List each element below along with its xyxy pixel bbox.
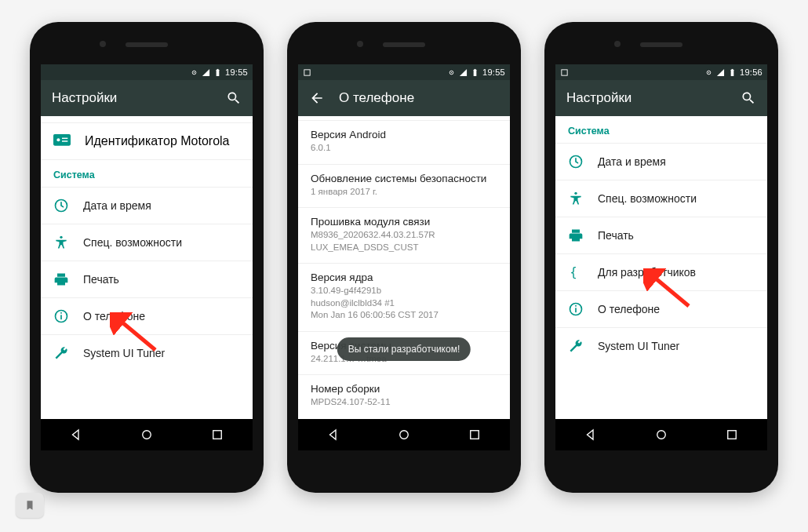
list-item-label: Для разработчиков bbox=[598, 266, 696, 279]
nav-home-button[interactable] bbox=[137, 425, 156, 444]
search-icon[interactable] bbox=[226, 90, 242, 106]
list-item-label: Спец. возможности bbox=[83, 236, 182, 249]
screenshot-icon bbox=[560, 68, 569, 77]
back-arrow-icon[interactable] bbox=[309, 90, 325, 106]
phone-screen: 19:55 О телефоне Версия Android 6.0.1 Об… bbox=[298, 64, 510, 450]
svg-point-1 bbox=[194, 71, 195, 72]
svg-rect-7 bbox=[62, 140, 67, 141]
accessibility-icon bbox=[568, 191, 584, 206]
status-clock: 19:55 bbox=[225, 67, 248, 77]
info-row[interactable]: Номер сборки MPDS24.107-52-11 bbox=[298, 375, 510, 418]
nav-home-button[interactable] bbox=[395, 425, 413, 444]
status-clock: 19:56 bbox=[740, 67, 763, 77]
info-title: Обновление системы безопасности bbox=[311, 173, 497, 184]
battery-icon bbox=[728, 68, 737, 77]
svg-point-28 bbox=[574, 192, 577, 195]
wrench-icon bbox=[568, 338, 584, 354]
battery-icon bbox=[471, 68, 479, 77]
list-item-label: О телефоне bbox=[598, 303, 660, 315]
svg-point-20 bbox=[400, 431, 409, 439]
svg-point-33 bbox=[657, 431, 666, 439]
phone-sensor bbox=[357, 41, 363, 47]
list-item-label: О телефоне bbox=[83, 310, 145, 322]
toast-message: Вы стали разработчиком! bbox=[337, 337, 471, 361]
phone-screen: 19:56 Настройки Система Дата и время Спе… bbox=[555, 64, 767, 450]
svg-rect-12 bbox=[60, 312, 62, 314]
svg-point-17 bbox=[451, 71, 452, 72]
svg-rect-3 bbox=[217, 68, 219, 69]
svg-point-24 bbox=[708, 71, 709, 72]
phone-frame: 19:55 Настройки Идентификатор Motorola С… bbox=[30, 22, 264, 493]
info-title: Номер сборки bbox=[311, 383, 497, 395]
search-icon[interactable] bbox=[741, 90, 756, 106]
phone-speaker bbox=[126, 42, 168, 47]
info-subtitle: 6.0.1 bbox=[311, 142, 497, 155]
appbar-title: Настройки bbox=[566, 90, 726, 106]
list-item[interactable]: Дата и время bbox=[555, 144, 767, 180]
list-item[interactable]: System UI Tuner bbox=[41, 335, 253, 371]
nav-bar bbox=[41, 419, 253, 450]
section-header: Система bbox=[555, 116, 767, 144]
phone-frame: 19:56 Настройки Система Дата и время Спе… bbox=[544, 22, 778, 493]
status-bar: 19:55 bbox=[41, 64, 253, 80]
accessibility-icon bbox=[53, 235, 69, 250]
signal-icon bbox=[459, 68, 468, 77]
info-subtitle: 3.10.49-g4f4291b hudson@ilclbld34 #1 Mon… bbox=[311, 285, 497, 322]
info-subtitle: 1 января 2017 г. bbox=[311, 186, 497, 199]
info-row[interactable]: Обновление системы безопасности 1 января… bbox=[298, 165, 510, 209]
list-item[interactable]: Спец. возможности bbox=[555, 180, 767, 217]
status-clock: 19:55 bbox=[482, 67, 505, 77]
list-item[interactable]: Дата и время bbox=[41, 188, 253, 224]
print-icon bbox=[53, 271, 69, 287]
nav-recents-button[interactable] bbox=[722, 425, 741, 444]
nav-home-button[interactable] bbox=[652, 425, 671, 444]
svg-point-13 bbox=[143, 431, 151, 439]
list-item[interactable]: Идентификатор Motorola bbox=[41, 123, 253, 160]
svg-rect-25 bbox=[731, 69, 734, 75]
phone-sensor bbox=[100, 41, 106, 47]
phone-speaker bbox=[640, 42, 682, 47]
print-icon bbox=[568, 228, 584, 243]
svg-rect-21 bbox=[471, 431, 479, 439]
phone-frame: 19:55 О телефоне Версия Android 6.0.1 Об… bbox=[287, 22, 521, 493]
nav-bar bbox=[298, 419, 510, 450]
list-item[interactable]: Печать bbox=[555, 217, 767, 254]
status-bar: 19:55 bbox=[298, 64, 510, 80]
screenshot-icon bbox=[303, 68, 311, 77]
phone-speaker bbox=[383, 42, 425, 47]
list-item[interactable]: { } Для разработчиков bbox=[555, 254, 767, 291]
list-item[interactable]: О телефоне bbox=[555, 291, 767, 328]
svg-rect-34 bbox=[728, 431, 737, 439]
nav-back-button[interactable] bbox=[67, 425, 86, 444]
bookmark-chip[interactable] bbox=[16, 493, 44, 518]
svg-text:{ }: { } bbox=[570, 265, 584, 279]
signal-icon bbox=[716, 68, 725, 77]
nav-recents-button[interactable] bbox=[208, 425, 227, 444]
nav-back-button[interactable] bbox=[324, 425, 343, 444]
clock-icon bbox=[568, 154, 584, 169]
app-bar: О телефоне bbox=[298, 80, 510, 116]
list-item[interactable]: Печать bbox=[41, 261, 253, 298]
svg-rect-18 bbox=[474, 69, 477, 75]
list-item[interactable]: О телефоне bbox=[41, 298, 253, 335]
appbar-title: Настройки bbox=[52, 90, 212, 106]
nav-back-button[interactable] bbox=[581, 425, 600, 444]
list-item[interactable]: Спец. возможности bbox=[41, 224, 253, 261]
list-item[interactable]: System UI Tuner bbox=[555, 328, 767, 364]
nav-recents-button[interactable] bbox=[465, 425, 484, 444]
settings-content: Система Дата и время Спец. возможности П… bbox=[555, 116, 767, 419]
info-title: Прошивка модуля связи bbox=[311, 216, 497, 228]
info-subtitle: M8936_2020632.44.03.21.57R LUX_EMEA_DSDS… bbox=[311, 229, 497, 253]
info-row[interactable]: Версия ядра 3.10.49-g4f4291b hudson@ilcl… bbox=[298, 264, 510, 332]
location-icon bbox=[190, 68, 198, 77]
svg-rect-19 bbox=[475, 68, 476, 69]
list-item-label: Идентификатор Motorola bbox=[85, 134, 229, 148]
location-icon bbox=[447, 68, 456, 77]
id-card-icon bbox=[53, 134, 71, 148]
info-row[interactable]: Версия Android 6.0.1 bbox=[298, 121, 510, 165]
info-row[interactable]: Прошивка модуля связи M8936_2020632.44.0… bbox=[298, 208, 510, 264]
info-icon bbox=[568, 301, 584, 317]
list-item-label: Дата и время bbox=[83, 199, 151, 212]
phone-screen: 19:55 Настройки Идентификатор Motorola С… bbox=[41, 64, 253, 450]
about-content[interactable]: Версия Android 6.0.1 Обновление системы … bbox=[298, 116, 510, 419]
